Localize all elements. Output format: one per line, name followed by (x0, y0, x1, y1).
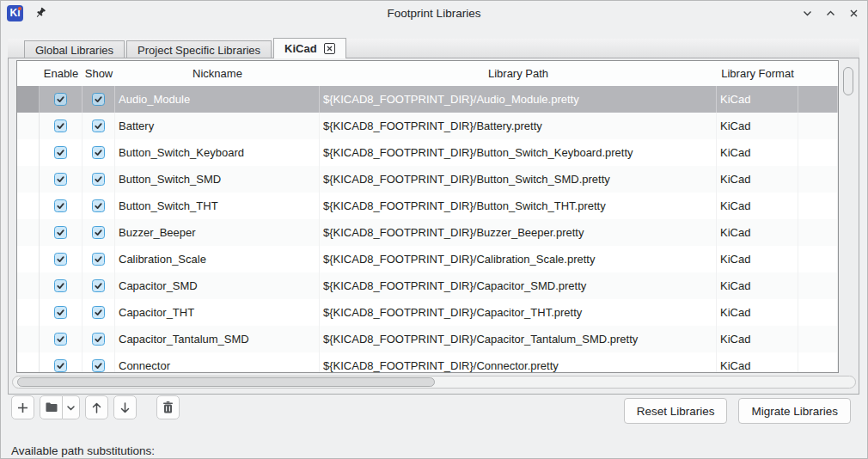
row-header-cell (17, 326, 40, 352)
enable-checkbox[interactable] (54, 333, 67, 346)
horizontal-scrollbar[interactable] (12, 376, 856, 389)
filler-cell (798, 166, 838, 193)
move-up-button[interactable] (85, 395, 108, 419)
tab-global-libraries[interactable]: Global Libraries (24, 40, 125, 58)
show-checkbox[interactable] (92, 93, 105, 106)
enable-cell (40, 352, 83, 373)
enable-checkbox[interactable] (54, 119, 67, 132)
nickname-cell: Buzzer_Beeper (115, 219, 320, 246)
row-header-cell (17, 299, 40, 326)
row-header-cell (17, 166, 40, 193)
tab-project-specific-libraries[interactable]: Project Specific Libraries (126, 40, 272, 58)
show-checkbox[interactable] (92, 253, 105, 266)
table-row[interactable]: Capacitor_Tantalum_SMD${KICAD8_FOOTPRINT… (17, 326, 838, 352)
add-library-button[interactable] (11, 395, 34, 419)
enable-cell (40, 166, 83, 193)
enable-cell (40, 113, 83, 139)
show-checkbox[interactable] (92, 146, 105, 159)
table-row[interactable]: Battery${KICAD8_FOOTPRINT_DIR}/Battery.p… (17, 113, 838, 139)
show-cell (83, 272, 115, 299)
show-cell (83, 166, 115, 193)
folder-icon (45, 401, 58, 413)
table-row[interactable]: Capacitor_SMD${KICAD8_FOOTPRINT_DIR}/Cap… (17, 272, 838, 299)
enable-checkbox[interactable] (54, 173, 67, 186)
tab-close-icon[interactable] (324, 43, 335, 54)
arrow-up-icon (90, 401, 103, 414)
library-format-cell: KiCad (717, 219, 798, 246)
show-checkbox[interactable] (92, 226, 105, 239)
browse-library-dropdown[interactable] (63, 395, 80, 419)
library-format-cell: KiCad (717, 86, 798, 113)
show-checkbox[interactable] (92, 199, 105, 212)
library-format-cell: KiCad (717, 166, 798, 193)
title-bar: Ki Footprint Libraries (1, 1, 867, 25)
library-path-cell: ${KICAD8_FOOTPRINT_DIR}/Button_Switch_SM… (320, 166, 717, 193)
column-header-library-path[interactable]: Library Path (320, 61, 717, 86)
action-buttons: Reset Libraries Migrate Libraries (624, 398, 851, 424)
enable-checkbox[interactable] (54, 226, 67, 239)
table-row[interactable]: Audio_Module${KICAD8_FOOTPRINT_DIR}/Audi… (17, 86, 838, 113)
row-header-cell (17, 86, 40, 113)
table-row[interactable]: Calibration_Scale${KICAD8_FOOTPRINT_DIR}… (17, 246, 838, 272)
enable-cell (40, 272, 83, 299)
enable-cell (40, 246, 83, 272)
row-header-cell (17, 246, 40, 272)
enable-checkbox[interactable] (54, 253, 67, 266)
column-header-library-format[interactable]: Library Format (717, 61, 798, 86)
vertical-scrollbar[interactable] (840, 60, 857, 373)
pin-icon[interactable] (34, 6, 47, 20)
column-header-enable[interactable]: Enable (40, 61, 83, 86)
browse-library-button[interactable] (40, 395, 63, 419)
enable-checkbox[interactable] (54, 279, 67, 292)
vertical-scrollbar-thumb[interactable] (843, 67, 853, 95)
horizontal-scrollbar-thumb[interactable] (17, 377, 435, 387)
tab-kicad[interactable]: KiCad (273, 38, 346, 58)
minimize-button[interactable] (800, 6, 814, 20)
table-row[interactable]: Button_Switch_SMD${KICAD8_FOOTPRINT_DIR}… (17, 166, 838, 193)
filler-cell (798, 326, 838, 352)
enable-checkbox[interactable] (54, 93, 67, 106)
show-checkbox[interactable] (92, 279, 105, 292)
library-path-cell: ${KICAD8_FOOTPRINT_DIR}/Battery.pretty (320, 113, 717, 139)
show-cell (83, 326, 115, 352)
show-cell (83, 193, 115, 219)
table-row[interactable]: Connector${KICAD8_FOOTPRINT_DIR}/Connect… (17, 352, 838, 373)
show-checkbox[interactable] (92, 333, 105, 346)
column-header-nickname[interactable]: Nickname (115, 61, 320, 86)
delete-library-button[interactable] (156, 395, 180, 419)
library-path-cell: ${KICAD8_FOOTPRINT_DIR}/Capacitor_THT.pr… (320, 299, 717, 326)
show-checkbox[interactable] (92, 359, 105, 372)
table-row[interactable]: Button_Switch_THT${KICAD8_FOOTPRINT_DIR}… (17, 193, 838, 219)
enable-cell (40, 86, 83, 113)
reset-libraries-button[interactable]: Reset Libraries (624, 398, 728, 424)
nickname-cell: Capacitor_Tantalum_SMD (115, 326, 320, 352)
show-checkbox[interactable] (92, 173, 105, 186)
column-header-show[interactable]: Show (83, 61, 115, 86)
table-row[interactable]: Button_Switch_Keyboard${KICAD8_FOOTPRINT… (17, 139, 838, 166)
enable-cell (40, 193, 83, 219)
show-checkbox[interactable] (92, 306, 105, 319)
enable-checkbox[interactable] (54, 306, 67, 319)
library-toolbar (11, 395, 180, 419)
filler-cell (798, 113, 838, 139)
show-checkbox[interactable] (92, 119, 105, 132)
close-button[interactable] (847, 6, 860, 20)
nickname-cell: Audio_Module (115, 86, 320, 113)
filler-cell (798, 272, 838, 299)
enable-checkbox[interactable] (54, 146, 67, 159)
migrate-libraries-button[interactable]: Migrate Libraries (738, 398, 851, 424)
maximize-button[interactable] (823, 6, 837, 20)
table-row[interactable]: Buzzer_Beeper${KICAD8_FOOTPRINT_DIR}/Buz… (17, 219, 838, 246)
nickname-cell: Capacitor_THT (115, 299, 320, 326)
table-row[interactable]: Capacitor_THT${KICAD8_FOOTPRINT_DIR}/Cap… (17, 299, 838, 326)
nickname-cell: Battery (115, 113, 320, 139)
enable-cell (40, 139, 83, 166)
filler-cell (798, 299, 838, 326)
enable-checkbox[interactable] (54, 359, 67, 372)
trash-icon (162, 401, 174, 414)
move-down-button[interactable] (113, 395, 137, 419)
chevron-down-icon (66, 403, 76, 413)
library-format-cell: KiCad (717, 113, 798, 139)
enable-checkbox[interactable] (54, 199, 67, 212)
header-filler-cell (798, 61, 838, 86)
